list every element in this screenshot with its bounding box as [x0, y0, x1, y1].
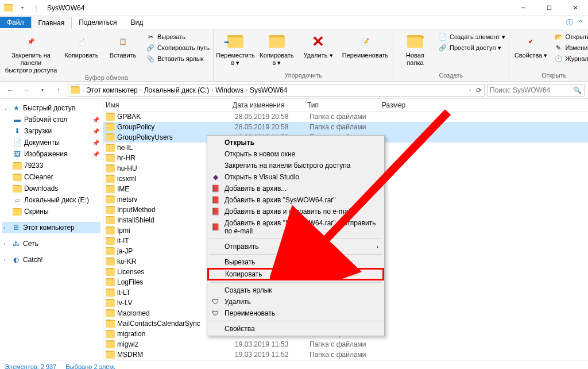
file-row[interactable]: migwiz19.03.2019 11:53Папка с файлами [103, 339, 588, 349]
folder-icon [13, 162, 22, 170]
documents-icon: 📄 [13, 138, 22, 147]
ctx-archive-mail[interactable]: 📕Добавить в архив и отправить по e-mail.… [207, 206, 384, 217]
pin-icon: 📌 [92, 128, 99, 134]
delete-button[interactable]: ✕Удалить ▾ [300, 30, 336, 59]
nav-documents[interactable]: 📄Документы📌 [2, 137, 100, 148]
folder-icon [13, 208, 22, 216]
ctx-rename[interactable]: 🛡Переименовать [207, 308, 384, 319]
address-bar[interactable]: › Этот компьютер› Локальный диск (C:)› W… [68, 84, 485, 97]
ctx-add-rar[interactable]: 📕Добавить в архив "SysWOW64.rar" [207, 194, 384, 206]
shield-icon: 🛡 [211, 297, 220, 306]
file-row[interactable]: GPBAK28.05.2019 20:58Папка с файлами [103, 112, 588, 122]
file-row[interactable]: MSDRM19.03.2019 11:52Папка с файлами [103, 349, 588, 360]
tab-view[interactable]: Вид [123, 17, 150, 28]
file-name: it-IT [117, 237, 129, 245]
move-to-button[interactable]: ➡Переместить в ▾ [217, 30, 254, 67]
ctx-create-shortcut[interactable]: Создать ярлык [207, 285, 384, 296]
new-folder-button[interactable]: ✦Новая папка [397, 30, 434, 67]
refresh-icon[interactable]: ⟳ [476, 86, 482, 94]
ctx-open[interactable]: Открыть [207, 137, 384, 148]
nav-desktop[interactable]: ▬Рабочий стол📌 [2, 114, 100, 125]
ctx-add-archive[interactable]: 📕Добавить в архив... [207, 183, 384, 194]
nav-downloads2[interactable]: Downloads [2, 183, 100, 194]
ctx-properties[interactable]: Свойства [207, 323, 384, 335]
file-name: ko-KR [117, 257, 136, 266]
crumb-this-pc[interactable]: Этот компьютер› [86, 86, 142, 94]
close-button[interactable]: ✕ [562, 0, 588, 16]
tab-home[interactable]: Главная [31, 17, 72, 29]
ctx-open-new-window[interactable]: Открыть в новом окне [207, 148, 384, 160]
tab-share[interactable]: Поделиться [72, 17, 123, 28]
edit-button[interactable]: ✎Изменить [554, 43, 588, 52]
nav-downloads[interactable]: ⬇Загрузки📌 [2, 125, 100, 137]
nav-79233[interactable]: 79233 [2, 160, 100, 171]
tab-file[interactable]: Файл [0, 17, 31, 28]
nav-localdisk[interactable]: ▱Локальный диск (E:) [2, 194, 100, 206]
ctx-delete[interactable]: 🛡Удалить [207, 296, 384, 308]
copy-path-button[interactable]: 🔗Скопировать путь [146, 43, 210, 52]
nav-network[interactable]: ›🖧Сеть [2, 238, 100, 249]
crumb-windows[interactable]: Windows› [215, 86, 247, 94]
folder-icon [106, 340, 115, 348]
back-button[interactable]: ← [3, 83, 17, 97]
new-item-button[interactable]: 📄Создать элемент ▾ [438, 32, 505, 41]
maximize-button[interactable]: ☐ [536, 0, 562, 16]
ribbon-group-new: ✦Новая папка 📄Создать элемент ▾ 🔗Простой… [393, 29, 509, 81]
nav-pictures[interactable]: 🖼Изображения📌 [2, 148, 100, 160]
delete-icon: ✕ [309, 32, 327, 51]
path-icon: 🔗 [146, 43, 155, 52]
ribbon-collapse-icon[interactable]: ⓘ ^ [560, 18, 588, 28]
easy-access-button[interactable]: 🔗Простой доступ ▾ [438, 43, 505, 52]
nav-catch[interactable]: ›◐Catch! [2, 254, 100, 266]
file-name: ja-JP [117, 247, 133, 255]
qat-dropdown-icon[interactable]: ▾ [16, 2, 29, 14]
qat-separator: | [30, 2, 42, 14]
status-item-count: Элементов: 2 937 [5, 363, 56, 370]
cut-button[interactable]: ✂Вырезать [146, 32, 210, 41]
open-button[interactable]: 📂Открыть ▾ [554, 32, 588, 41]
file-name: hr-HR [117, 154, 136, 162]
nav-ccleaner[interactable]: CCleaner [2, 171, 100, 183]
ctx-send[interactable]: Отправить› [207, 241, 384, 252]
paste-shortcut-button[interactable]: 📎Вставить ярлык [146, 54, 210, 63]
nav-quick-access[interactable]: ⌄★Быстрый доступ [2, 102, 100, 114]
col-name[interactable]: Имя [103, 101, 233, 109]
nav-screens[interactable]: Скрины [2, 206, 100, 217]
folder-icon [106, 257, 115, 266]
nav-this-pc[interactable]: ›🖥Этот компьютер [2, 222, 100, 233]
copy-button[interactable]: 📄 Копировать [63, 30, 100, 59]
recent-dropdown[interactable]: ▾ [36, 83, 49, 97]
file-name: IME [117, 185, 129, 193]
paste-button[interactable]: 📋 Вставить [105, 30, 141, 59]
file-type: Папка с файлами [310, 113, 384, 121]
copy-to-button[interactable]: Копировать в ▾ [258, 30, 295, 67]
crumb-syswow64[interactable]: SysWOW64 [250, 86, 287, 94]
history-button[interactable]: 🕘Журнал [554, 54, 588, 63]
folder-icon [106, 154, 115, 162]
rename-button[interactable]: 📝Переименовать [341, 30, 389, 59]
col-type[interactable]: Тип [307, 101, 382, 109]
context-menu: Открыть Открыть в новом окне Закрепить н… [207, 135, 385, 336]
col-size[interactable]: Размер [382, 101, 428, 109]
ctx-separator [210, 239, 382, 239]
pin-quick-access-button[interactable]: 📌 Закрепить на панели быстрого доступа [3, 30, 59, 74]
chevron-right-icon[interactable]: › [82, 87, 84, 93]
properties-button[interactable]: ✔Свойства ▾ [513, 30, 550, 59]
ctx-copy[interactable]: Копировать [207, 268, 384, 280]
ctx-pin-quick[interactable]: Закрепить на панели быстрого доступа [207, 160, 384, 171]
ctx-archive-rar-mail[interactable]: 📕Добавить в архив "SysWOW64.rar" и отпра… [207, 217, 384, 237]
open-icon: 📂 [554, 32, 563, 41]
ctx-cut[interactable]: Вырезать [207, 256, 384, 268]
forward-button[interactable]: → [20, 83, 33, 97]
crumb-localdisk[interactable]: Локальный диск (C:)› [144, 86, 214, 94]
addr-dropdown-icon[interactable]: ⌄ [468, 86, 473, 94]
search-box[interactable]: Поиск: SysWOW64 🔍 [487, 84, 585, 97]
up-button[interactable]: ↑ [52, 83, 65, 97]
folder-icon [106, 206, 115, 214]
ctx-open-vs[interactable]: ◆Открыть в Visual Studio [207, 171, 384, 183]
ctx-separator [210, 254, 382, 255]
minimize-button[interactable]: ─ [510, 0, 536, 16]
file-row[interactable]: GroupPolicy28.05.2019 20:58Папка с файла… [103, 122, 588, 132]
file-date: 28.05.2019 20:58 [235, 123, 310, 131]
col-date[interactable]: Дата изменения [233, 101, 307, 109]
